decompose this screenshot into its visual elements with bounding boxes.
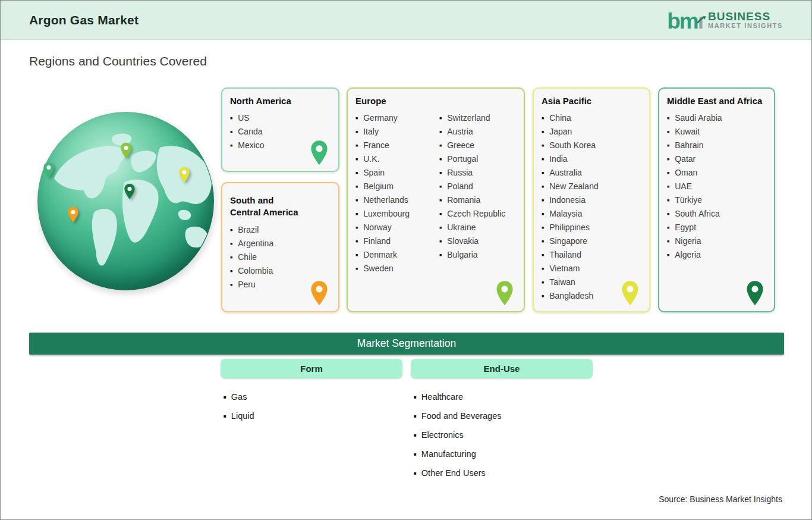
region-card-middle-east-africa: Middle East and Africa Saudi ArabiaKuwai… bbox=[658, 87, 775, 312]
country-item: Brazil bbox=[230, 223, 331, 237]
globe-pin-north-america bbox=[43, 162, 55, 178]
country-item: Argentina bbox=[230, 237, 331, 250]
region-pin-icon bbox=[621, 280, 640, 309]
region-pin-icon bbox=[495, 280, 514, 309]
country-item: Canda bbox=[230, 125, 331, 139]
region-title: South and Central America bbox=[230, 195, 301, 219]
segment-item: Electronics bbox=[414, 425, 501, 444]
country-item: New Zealand bbox=[542, 180, 641, 193]
country-list: Saudi ArabiaKuwaitBahrainQatarOmanUAETür… bbox=[667, 111, 766, 262]
country-item: Bahrain bbox=[667, 139, 766, 152]
region-card-europe: Europe GermanyItalyFranceU.K.SpainBelgiu… bbox=[347, 87, 525, 312]
region-title: Europe bbox=[355, 95, 516, 107]
segment-item: Liquid bbox=[224, 406, 254, 425]
country-item: Philippines bbox=[542, 221, 641, 234]
source-note: Source: Business Market Insights bbox=[659, 494, 782, 504]
page-title: Argon Gas Market bbox=[29, 13, 139, 27]
globe-pin-middle-east-africa bbox=[124, 183, 136, 200]
region-card-asia-pacific: Asia Pacific ChinaJapanSouth KoreaIndiaA… bbox=[533, 87, 650, 312]
region-title: Middle East and Africa bbox=[667, 95, 766, 107]
country-item: South Korea bbox=[542, 139, 641, 152]
logo-line-market-insights: MARKET INSIGHTS bbox=[708, 23, 783, 30]
globe-pin-asia-pacific bbox=[178, 167, 190, 183]
country-item: Colombia bbox=[230, 264, 331, 278]
logo-wordmark: BUSINESS MARKET INSIGHTS bbox=[708, 11, 783, 29]
globe-sphere bbox=[37, 112, 214, 290]
region-card-south-central-america: South and Central America BrazilArgentin… bbox=[221, 182, 339, 312]
region-pin-icon bbox=[745, 280, 764, 309]
country-item: US bbox=[230, 111, 331, 125]
country-item: Malaysia bbox=[542, 207, 641, 221]
logo-mark-bm: bm bbox=[667, 9, 698, 33]
country-item: Italy bbox=[355, 125, 432, 139]
logo-arrow-icon bbox=[697, 5, 707, 27]
segment-item: Gas bbox=[224, 387, 254, 406]
segment-item: Other End Users bbox=[414, 463, 501, 483]
country-item: U.K. bbox=[355, 152, 432, 166]
country-item: Australia bbox=[542, 166, 641, 180]
country-item: Qatar bbox=[667, 152, 766, 166]
country-item: Portugal bbox=[439, 152, 516, 166]
country-item: Poland bbox=[439, 180, 516, 193]
country-item: Saudi Arabia bbox=[667, 111, 766, 125]
country-item: Algeria bbox=[667, 248, 766, 262]
region-title: North America bbox=[230, 95, 331, 107]
country-item: Thailand bbox=[542, 248, 641, 262]
country-item: Finland bbox=[355, 234, 432, 248]
country-item: Nigeria bbox=[667, 234, 766, 248]
segmentation-header-bar: Market Segmentation bbox=[29, 333, 784, 355]
brand-logo: bmı BUSINESS MARKET INSIGHTS bbox=[667, 8, 783, 32]
world-map-graphic bbox=[37, 112, 214, 290]
country-item: Bulgaria bbox=[439, 248, 516, 262]
segment-header-end-use: End-Use bbox=[411, 359, 593, 378]
segment-item: Food and Beverages bbox=[414, 406, 501, 425]
region-pin-icon bbox=[310, 140, 329, 168]
country-item: Indonesia bbox=[542, 193, 641, 207]
country-item: France bbox=[355, 139, 432, 152]
region-title: Asia Pacific bbox=[542, 95, 641, 107]
segment-list-form: GasLiquid bbox=[224, 387, 254, 425]
country-item: Austria bbox=[439, 125, 516, 139]
globe-pin-europe bbox=[120, 142, 132, 159]
region-pin-icon bbox=[310, 280, 329, 309]
country-item: Denmark bbox=[355, 248, 432, 262]
logo-line-business: BUSINESS bbox=[708, 11, 783, 23]
header-band: Argon Gas Market bmı BUSINESS MARKET INS… bbox=[1, 1, 811, 40]
country-item: Norway bbox=[355, 221, 432, 234]
country-item: Kuwait bbox=[667, 125, 766, 139]
country-item: Singapore bbox=[542, 234, 641, 248]
country-item: Ukraine bbox=[439, 221, 516, 234]
country-item: Netherlands bbox=[355, 193, 432, 207]
country-list: ChinaJapanSouth KoreaIndiaAustraliaNew Z… bbox=[542, 111, 641, 303]
country-item: Spain bbox=[355, 166, 432, 180]
country-item: Belgium bbox=[355, 180, 432, 193]
country-item: Egypt bbox=[667, 221, 766, 234]
country-item: Japan bbox=[542, 125, 641, 139]
country-item: Greece bbox=[439, 139, 516, 152]
country-item: Czech Republic bbox=[439, 207, 516, 221]
country-item: Russia bbox=[439, 166, 516, 180]
segment-item: Manufacturing bbox=[414, 444, 501, 463]
bmi-logo-mark: bmı bbox=[667, 8, 703, 32]
globe-illustration bbox=[37, 112, 214, 290]
country-item: Germany bbox=[355, 111, 432, 125]
country-item: India bbox=[542, 152, 641, 166]
country-item: Oman bbox=[667, 166, 766, 180]
country-item: UAE bbox=[667, 180, 766, 193]
country-item: Romania bbox=[439, 193, 516, 207]
segment-item: Healthcare bbox=[414, 387, 501, 406]
region-card-north-america: North America USCandaMexico bbox=[221, 87, 339, 172]
country-item: Slovakia bbox=[439, 234, 516, 248]
globe-pin-south-central-america bbox=[67, 206, 79, 223]
country-item: Chile bbox=[230, 250, 331, 264]
section-title: Regions and Countries Covered bbox=[29, 54, 207, 68]
infographic-page: Argon Gas Market bmı BUSINESS MARKET INS… bbox=[0, 0, 812, 520]
country-item: Türkiye bbox=[667, 193, 766, 207]
country-item: China bbox=[542, 111, 641, 125]
country-item: Luxembourg bbox=[355, 207, 432, 221]
country-item: Switzerland bbox=[439, 111, 516, 125]
segment-list-end-use: HealthcareFood and BeveragesElectronicsM… bbox=[414, 387, 501, 483]
country-item: Vietnam bbox=[542, 262, 641, 275]
segment-header-form: Form bbox=[221, 359, 402, 378]
country-item: South Africa bbox=[667, 207, 766, 221]
